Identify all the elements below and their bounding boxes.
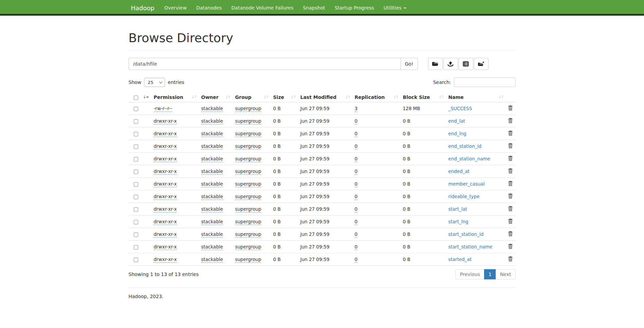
delete-icon[interactable] [508,256,513,261]
nav-item-utilities[interactable]: Utilities [379,0,411,16]
row-checkbox[interactable] [134,182,138,187]
file-name-link[interactable]: ended_at [448,169,470,174]
replication-value[interactable]: 0 [355,244,358,250]
path-info-button[interactable] [459,58,473,70]
owner-value[interactable]: stackable [201,106,223,112]
replication-value[interactable]: 0 [355,143,358,150]
delete-icon[interactable] [508,219,513,224]
column-replication[interactable]: Replication↓↑ [352,92,400,102]
owner-value[interactable]: stackable [201,118,223,124]
row-checkbox[interactable] [134,245,138,249]
permission-value[interactable]: drwxr-xr-x [154,194,177,200]
group-value[interactable]: supergroup [235,219,261,225]
select-all-header[interactable]: ↓≡ [129,92,151,102]
file-name-link[interactable]: started_at [448,257,472,262]
delete-icon[interactable] [508,143,513,148]
delete-icon[interactable] [508,206,513,211]
select-all-checkbox[interactable] [134,96,138,100]
file-name-link[interactable]: end_station_name [448,156,491,161]
file-name-link[interactable]: start_lat [448,206,467,212]
delete-icon[interactable] [508,131,513,136]
group-value[interactable]: supergroup [235,206,261,212]
delete-icon[interactable] [508,193,513,198]
page-1-button[interactable]: 1 [484,269,496,279]
column-block-size[interactable]: Block Size↓↑ [400,92,446,102]
group-value[interactable]: supergroup [235,169,261,175]
replication-value[interactable]: 0 [355,219,358,225]
column-owner[interactable]: Owner↓↑ [199,92,233,102]
row-checkbox[interactable] [134,232,138,237]
column-name[interactable]: Name↓↑ [446,92,505,102]
delete-icon[interactable] [508,231,513,236]
replication-value[interactable]: 3 [355,106,358,112]
file-name-link[interactable]: _SUCCESS [448,106,472,111]
go-button[interactable]: Go! [401,58,418,70]
row-checkbox[interactable] [134,207,138,212]
permission-value[interactable]: drwxr-xr-x [154,219,177,225]
permission-value[interactable]: drwxr-xr-x [154,169,177,175]
previous-page-button[interactable]: Previous [456,269,484,279]
file-name-link[interactable]: member_casual [448,181,485,187]
column-permission[interactable]: Permission↓↑ [151,92,199,102]
owner-value[interactable]: stackable [201,244,223,250]
owner-value[interactable]: stackable [201,156,223,162]
replication-value[interactable]: 0 [355,118,358,124]
page-size-select[interactable]: 25 [144,78,165,87]
group-value[interactable]: supergroup [235,244,261,250]
replication-value[interactable]: 0 [355,131,358,137]
cut-paste-button[interactable] [474,58,489,70]
permission-value[interactable]: drwxr-xr-x [154,118,177,124]
delete-icon[interactable] [508,105,513,110]
directory-path-input[interactable] [129,58,401,70]
group-value[interactable]: supergroup [235,231,261,238]
permission-value[interactable]: drwxr-xr-x [154,131,177,137]
replication-value[interactable]: 0 [355,156,358,162]
permission-value[interactable]: drwxr-xr-x [154,244,177,250]
group-value[interactable]: supergroup [235,118,261,124]
file-name-link[interactable]: end_lat [448,118,465,124]
file-name-link[interactable]: end_lng [448,131,466,136]
row-checkbox[interactable] [134,107,138,111]
nav-item-datanodes[interactable]: Datanodes [191,0,227,16]
replication-value[interactable]: 0 [355,181,358,187]
permission-value[interactable]: drwxr-xr-x [154,181,177,187]
group-value[interactable]: supergroup [235,257,261,263]
create-directory-button[interactable] [428,58,443,70]
group-value[interactable]: supergroup [235,106,261,112]
row-checkbox[interactable] [134,220,138,224]
row-checkbox[interactable] [134,132,138,136]
nav-item-overview[interactable]: Overview [160,0,191,16]
owner-value[interactable]: stackable [201,169,223,175]
owner-value[interactable]: stackable [201,206,223,212]
owner-value[interactable]: stackable [201,231,223,238]
owner-value[interactable]: stackable [201,194,223,200]
row-checkbox[interactable] [134,258,138,262]
owner-value[interactable]: stackable [201,131,223,137]
search-input[interactable] [454,77,516,87]
group-value[interactable]: supergroup [235,181,261,187]
file-name-link[interactable]: start_station_name [448,244,493,249]
delete-icon[interactable] [508,244,513,249]
replication-value[interactable]: 0 [355,206,358,212]
file-name-link[interactable]: end_station_id [448,143,482,149]
delete-icon[interactable] [508,181,513,186]
row-checkbox[interactable] [134,195,138,199]
group-value[interactable]: supergroup [235,131,261,137]
delete-icon[interactable] [508,156,513,161]
replication-value[interactable]: 0 [355,169,358,175]
upload-files-button[interactable] [443,58,458,70]
permission-value[interactable]: drwxr-xr-x [154,257,177,263]
nav-item-snapshot[interactable]: Snapshot [298,0,330,16]
column-group[interactable]: Group↓↑ [233,92,271,102]
owner-value[interactable]: stackable [201,219,223,225]
permission-value[interactable]: drwxr-xr-x [154,206,177,212]
permission-value[interactable]: drwxr-xr-x [154,231,177,238]
file-name-link[interactable]: rideable_type [448,194,480,199]
delete-icon[interactable] [508,118,513,123]
permission-value[interactable]: drwxr-xr-x [154,143,177,150]
file-name-link[interactable]: start_lng [448,219,468,224]
row-checkbox[interactable] [134,170,138,174]
file-name-link[interactable]: start_station_id [448,231,484,237]
row-checkbox[interactable] [134,144,138,149]
nav-item-startup-progress[interactable]: Startup Progress [330,0,379,16]
